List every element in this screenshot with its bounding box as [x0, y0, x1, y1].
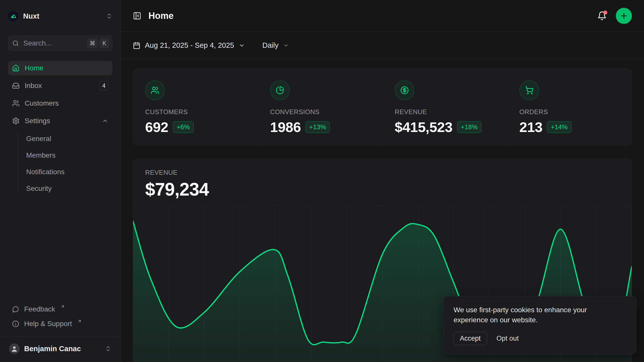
stat-value: 213 — [519, 119, 543, 135]
sidebar-item-customers[interactable]: Customers — [8, 96, 112, 111]
sidebar-nav: Home Inbox 4 Customers Settings General … — [8, 61, 112, 196]
header-actions — [597, 8, 632, 24]
sidebar-divider — [0, 336, 120, 336]
search-box[interactable]: ⌘ K — [8, 36, 112, 51]
sidebar-item-home[interactable]: Home — [8, 61, 112, 75]
pie-chart-icon — [270, 80, 290, 100]
granularity-select[interactable]: Daily — [262, 41, 289, 50]
stat-delta-badge: +14% — [547, 121, 571, 133]
stat-label: CUSTOMERS — [145, 108, 246, 116]
stats-panel: CUSTOMERS 692 +6% CONVERSIONS 1986 +13% — [133, 69, 632, 145]
sidebar-item-label: Inbox — [25, 82, 42, 90]
sidebar-collapse-button[interactable] — [133, 12, 141, 20]
link-label: Help & Support — [24, 320, 72, 328]
users-icon — [12, 100, 20, 107]
cookie-actions: Accept Opt out — [454, 332, 626, 345]
notifications-button[interactable] — [597, 11, 607, 21]
chevrons-up-down-icon — [105, 345, 111, 352]
subnav-label: Members — [26, 151, 56, 159]
subnav-label: General — [26, 135, 51, 143]
gear-icon — [12, 117, 20, 125]
sidebar-item-label: Home — [25, 64, 44, 72]
stat-card-revenue: REVENUE $415,523 +18% — [382, 69, 507, 147]
granularity-value: Daily — [262, 41, 278, 50]
inbox-icon — [12, 82, 20, 89]
calendar-icon — [133, 42, 140, 49]
chevron-down-icon — [239, 42, 245, 49]
kbd-k: K — [100, 38, 109, 48]
circle-dollar-icon — [395, 80, 414, 100]
sidebar-item-notifications[interactable]: Notifications — [8, 165, 112, 179]
search-icon — [12, 40, 19, 47]
cookie-banner: We use first-party cookies to enhance yo… — [443, 296, 636, 354]
stat-value: 1986 — [270, 119, 301, 135]
opt-out-button[interactable]: Opt out — [497, 335, 519, 342]
accept-button[interactable]: Accept — [454, 332, 487, 345]
home-icon — [12, 64, 20, 72]
stat-delta-badge: +18% — [457, 121, 481, 133]
plus-icon — [620, 12, 628, 20]
date-range-picker[interactable]: Aug 21, 2025 - Sep 4, 2025 — [133, 41, 245, 50]
date-range-value: Aug 21, 2025 - Sep 4, 2025 — [145, 41, 234, 50]
sidebar-item-general[interactable]: General — [8, 132, 112, 146]
user-name: Benjamin Canac — [24, 345, 81, 353]
external-link-icon — [77, 319, 82, 323]
cookie-message: We use first-party cookies to enhance yo… — [454, 305, 602, 325]
notification-dot — [603, 11, 607, 15]
stat-card-orders: ORDERS 213 +14% — [507, 69, 632, 147]
message-circle-icon — [12, 306, 19, 313]
workspace-switcher[interactable]: Nuxt — [8, 9, 112, 23]
sidebar-item-members[interactable]: Members — [8, 148, 112, 162]
stat-label: ORDERS — [519, 108, 620, 116]
stat-card-customers: CUSTOMERS 692 +6% — [133, 69, 258, 147]
page-title: Home — [148, 11, 174, 21]
feedback-link[interactable]: Feedback — [8, 302, 112, 316]
sidebar-footer: Feedback Help & Support Benjamin Canac — [8, 302, 112, 356]
stat-label: REVENUE — [395, 108, 495, 116]
chevron-down-icon — [283, 42, 289, 49]
sidebar-item-label: Settings — [25, 117, 50, 125]
inbox-count-badge: 4 — [99, 81, 108, 90]
sidebar-item-label: Customers — [25, 99, 59, 107]
stat-value: $415,523 — [395, 119, 453, 135]
revenue-chart-header: REVENUE $79,234 — [133, 159, 632, 200]
info-icon — [12, 320, 19, 327]
chevrons-up-down-icon — [106, 13, 112, 19]
sidebar-item-security[interactable]: Security — [8, 182, 112, 196]
user-menu[interactable]: Benjamin Canac — [8, 341, 112, 356]
stat-value: 692 — [145, 119, 168, 135]
search-kbd-group: ⌘ K — [87, 38, 109, 48]
stat-label: CONVERSIONS — [270, 108, 371, 116]
settings-subnav: General Members Notifications Security — [8, 132, 112, 196]
avatar — [9, 343, 20, 354]
sidebar-item-inbox[interactable]: Inbox 4 — [8, 78, 112, 93]
page-header: Home — [121, 0, 644, 32]
sidebar-item-settings[interactable]: Settings — [8, 114, 112, 128]
add-button[interactable] — [616, 8, 632, 24]
panel-left-close-icon — [133, 12, 141, 20]
kbd-cmd: ⌘ — [87, 38, 98, 48]
users-icon — [145, 80, 165, 100]
subnav-label: Notifications — [26, 168, 65, 176]
chevron-up-icon — [102, 118, 108, 124]
shopping-cart-icon — [519, 80, 539, 100]
revenue-chart-label: REVENUE — [145, 169, 620, 176]
stat-delta-badge: +6% — [173, 121, 194, 133]
sidebar: Nuxt ⌘ K Home Inbox 4 Customers — [0, 0, 121, 362]
search-input[interactable] — [23, 39, 83, 48]
filter-bar: Aug 21, 2025 - Sep 4, 2025 Daily — [121, 32, 644, 59]
workspace-name: Nuxt — [23, 12, 39, 20]
link-label: Feedback — [24, 305, 55, 313]
revenue-chart-value: $79,234 — [145, 179, 620, 200]
stat-delta-badge: +13% — [305, 121, 330, 133]
nuxt-logo-icon — [8, 11, 19, 21]
help-support-link[interactable]: Help & Support — [8, 316, 112, 331]
stat-card-conversions: CONVERSIONS 1986 +13% — [258, 69, 383, 147]
external-link-icon — [61, 304, 65, 309]
subnav-label: Security — [26, 185, 52, 193]
